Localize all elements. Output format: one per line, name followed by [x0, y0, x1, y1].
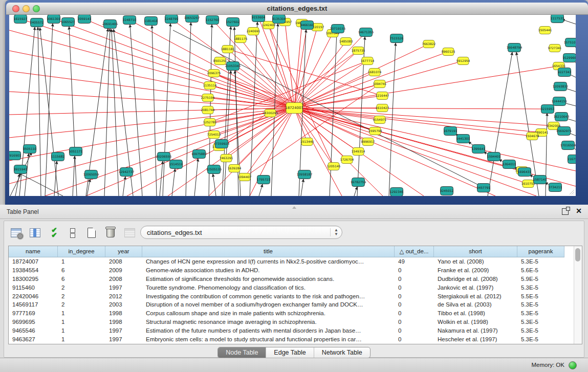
graph-node[interactable]: 2081744	[201, 106, 215, 114]
graph-node[interactable]: 9727341	[548, 45, 562, 52]
graph-node[interactable]: 18300295	[263, 110, 278, 117]
graph-node[interactable]: 2248710	[123, 16, 137, 25]
graph-node[interactable]: 9129966	[563, 54, 576, 62]
graph-node[interactable]: 20691406	[102, 20, 118, 29]
graph-node[interactable]: 1681074	[368, 69, 382, 76]
graph-node[interactable]: 1117531	[551, 15, 564, 23]
graph-node[interactable]: 10975887	[191, 150, 207, 159]
column-header-title[interactable]: title	[142, 246, 395, 257]
graph-node[interactable]: 1094407	[238, 173, 252, 181]
graph-node[interactable]: 1167531	[568, 155, 576, 164]
graph-node[interactable]: 1504678	[526, 133, 539, 140]
graph-node[interactable]: 1875735	[352, 47, 365, 55]
graph-node[interactable]: 1065527	[61, 18, 75, 27]
graph-node[interactable]: 1549314	[352, 148, 365, 156]
graph-node[interactable]: 13958187	[297, 170, 313, 179]
graph-node[interactable]: 14671355	[358, 28, 374, 37]
graph-node[interactable]: 7663822	[422, 40, 436, 48]
table-row[interactable]: 2242004622012Investigating the contribut…	[9, 292, 564, 301]
graph-node[interactable]: 2248799	[165, 15, 179, 24]
scrollbar-thumb[interactable]	[575, 248, 580, 261]
graph-node[interactable]: 1216447	[376, 92, 389, 100]
table-row[interactable]: 1872400712008Changes of HCN gene express…	[9, 257, 564, 266]
graph-node[interactable]: 2240691	[247, 28, 260, 35]
graph-node[interactable]: 10719155	[330, 25, 346, 33]
window-title-bar[interactable]: citations_edges.txt	[6, 3, 588, 15]
graph-node[interactable]: 1505441	[538, 27, 552, 34]
column-visibility-button[interactable]	[28, 226, 41, 239]
graph-node[interactable]: 1677714	[361, 57, 375, 65]
graph-node[interactable]: 1527602	[226, 18, 240, 27]
table-selector[interactable]: citations_edges.txt ▲▼	[140, 226, 342, 239]
graph-node[interactable]: 8135304	[272, 15, 286, 24]
graph-node[interactable]: 2405572	[30, 18, 44, 27]
graph-node[interactable]: 12065059	[83, 170, 99, 179]
graph-node[interactable]: 1696431	[518, 168, 532, 177]
graph-node[interactable]: 1115682	[51, 152, 65, 161]
table-row[interactable]: 969969511998Structural magnetic resonanc…	[9, 318, 564, 326]
create-column-button[interactable]	[85, 226, 98, 239]
graph-node[interactable]: 1395641	[472, 145, 486, 154]
graph-hub-node[interactable]: 18724007	[285, 103, 303, 114]
table-row[interactable]: 1456911722003Disruption of a novel membe…	[9, 300, 564, 309]
table-row[interactable]: 911546021997Tourette syndrome. Phenomeno…	[9, 283, 564, 292]
graph-node[interactable]: 8466160	[300, 21, 314, 30]
network-canvas[interactable]: 1872400718811818501251209637511351142275…	[9, 15, 576, 196]
column-header-out_de[interactable]: △ out_de...	[395, 246, 434, 257]
tab-network-table[interactable]: Network Table	[314, 347, 370, 358]
graph-node[interactable]: 3734211	[549, 183, 562, 192]
graph-node[interactable]: 1514519	[169, 160, 183, 169]
graph-node[interactable]: 7463291	[220, 155, 233, 162]
graph-node[interactable]: 9227343	[558, 68, 572, 77]
graph-node[interactable]: 5051171	[69, 147, 83, 156]
table-row[interactable]: 946362711997Embryonic stem cells: a mode…	[9, 335, 564, 344]
network-graph[interactable]: 1872400718811818501251209637511351142275…	[9, 15, 576, 196]
graph-node[interactable]: 1795723	[257, 176, 271, 184]
graph-node[interactable]: 17016504	[560, 141, 576, 150]
graph-node[interactable]: 3215953	[541, 105, 555, 114]
graph-node[interactable]: 8960125	[442, 48, 455, 56]
graph-node[interactable]: 7515526	[390, 34, 404, 43]
graph-node[interactable]: 8996917	[361, 138, 375, 146]
graph-node[interactable]: 9061301	[47, 15, 61, 24]
tab-node-table[interactable]: Node Table	[218, 347, 266, 358]
graph-node[interactable]: 5912954	[456, 57, 470, 65]
row-options-button[interactable]	[66, 226, 79, 239]
graph-node[interactable]: 1205145	[327, 163, 341, 170]
graph-node[interactable]: 1881181	[221, 46, 235, 53]
graph-node[interactable]: 9245012	[440, 187, 454, 195]
graph-node[interactable]: 9457791	[477, 184, 491, 192]
graph-node[interactable]: 16782759	[351, 178, 366, 187]
column-header-in_degree[interactable]: in_degree	[58, 246, 105, 257]
delete-column-button[interactable]	[104, 226, 117, 239]
table-panel-title-bar[interactable]: Table Panel ✕	[0, 205, 588, 219]
graph-node[interactable]: 9153604	[252, 15, 266, 22]
graph-node[interactable]: 12093832	[553, 82, 569, 91]
graph-node[interactable]: 1679191	[444, 127, 458, 136]
column-header-pagerank[interactable]: pagerank	[517, 246, 564, 257]
graph-node[interactable]: 9154971	[373, 116, 387, 124]
graph-node[interactable]: 1595798	[368, 127, 382, 135]
graph-node[interactable]: 1181418	[144, 17, 158, 26]
graph-node[interactable]: 10653257	[184, 15, 200, 23]
table-options-button[interactable]	[9, 226, 23, 239]
vertical-scrollbar[interactable]	[574, 246, 582, 344]
graph-node[interactable]: 16210643	[554, 113, 570, 121]
column-header-year[interactable]: year	[105, 246, 142, 257]
select-columns-button[interactable]: ✔✔	[47, 226, 60, 239]
graph-node[interactable]: 12942737	[119, 168, 135, 177]
graph-node[interactable]: 1513445	[300, 138, 314, 146]
tab-edge-table[interactable]: Edge Table	[266, 347, 313, 358]
graph-node[interactable]: 21053346	[225, 62, 241, 71]
graph-node[interactable]: 1639284	[228, 165, 242, 172]
graph-node[interactable]: 12505135	[206, 165, 222, 174]
graph-node[interactable]: 1152760	[206, 16, 220, 25]
graph-node[interactable]: 1615927	[14, 15, 28, 24]
column-header-short[interactable]: short	[434, 246, 517, 257]
graph-node[interactable]: 15751074	[564, 38, 576, 47]
graph-node[interactable]: 16648794	[507, 43, 522, 52]
graph-node[interactable]: 6441301	[456, 135, 470, 143]
close-panel-icon[interactable]: ✕	[576, 207, 582, 215]
graph-node[interactable]: 12444151	[552, 97, 568, 106]
graph-node[interactable]: 2275194	[201, 94, 215, 102]
